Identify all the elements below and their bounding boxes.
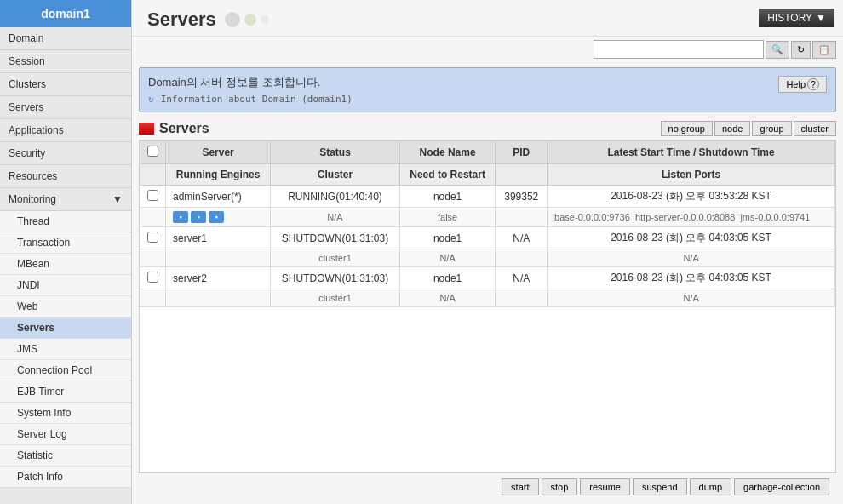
restart-cell: false [399,208,496,227]
cluster-button[interactable]: cluster [794,121,836,136]
help-icon: ? [807,78,819,90]
engines-cell [166,249,271,267]
sidebar-sub-connection-pool[interactable]: Connection Pool [0,360,131,381]
table-sub-row: cluster1 N/A N/A [140,289,835,307]
status-cell: SHUTDOWN(01:31:03) [271,227,400,249]
servers-header: Servers no group node group cluster [139,121,836,136]
sidebar: domain1 Domain Session Clusters Servers … [0,0,132,504]
sidebar-monitoring-section[interactable]: Monitoring ▼ [0,188,131,211]
engines-cell [166,289,271,307]
row-checkbox-cell [140,186,166,208]
running-engines-header: Running Engines [166,164,271,186]
sidebar-item-session[interactable]: Session [0,50,131,73]
pid-cell: N/A [496,227,548,249]
table-row: adminServer(*) RUNNING(01:40:40) node1 3… [140,186,835,208]
listen-cell: N/A [548,289,835,307]
sidebar-item-applications[interactable]: Applications [0,119,131,142]
info-box-title: Domain의 서버 정보를 조회합니다. [148,75,320,90]
info-box: Domain의 서버 정보를 조회합니다. Help ? ↻ Informati… [139,67,836,112]
export-button[interactable]: 📋 [812,41,836,59]
no-group-button[interactable]: no group [661,121,713,136]
sidebar-sub-system-info[interactable]: System Info [0,403,131,424]
servers-icon [139,123,154,135]
decoration-circles [225,12,269,27]
listen-ports-header: Listen Ports [548,164,835,186]
engine-icons: ▪ ▪ ▪ [173,211,263,223]
sidebar-item-resources[interactable]: Resources [0,165,131,188]
circle-gray [225,12,240,27]
garbage-collection-button[interactable]: garbage-collection [734,478,829,495]
search-button[interactable]: 🔍 [766,41,789,59]
cluster-cell: N/A [271,208,400,227]
sidebar-item-clusters[interactable]: Clusters [0,73,131,96]
sidebar-sub-transaction[interactable]: Transaction [0,232,131,254]
resume-button[interactable]: resume [580,478,630,495]
group-button[interactable]: group [752,121,791,136]
pid-cell: 399352 [496,186,548,208]
cluster-cell: cluster1 [271,289,400,307]
chevron-down-icon: ▼ [816,12,826,24]
circle-small [261,15,269,24]
action-buttons: start stop resume suspend dump garbage-c… [139,473,836,501]
node-cell: node1 [399,267,496,289]
node-button[interactable]: node [714,121,750,136]
engines-cell: ▪ ▪ ▪ [166,208,271,227]
row-checkbox[interactable] [147,190,158,201]
node-header: Node Name [399,141,496,164]
status-cell: RUNNING(01:40:40) [271,186,400,208]
dump-button[interactable]: dump [690,478,732,495]
history-button[interactable]: HISTORY ▼ [759,9,834,27]
sidebar-sub-ejb-timer[interactable]: EJB Timer [0,381,131,403]
search-input[interactable] [594,40,764,59]
circle-light [244,14,256,26]
sidebar-item-security[interactable]: Security [0,142,131,165]
sidebar-sub-statistic[interactable]: Statistic [0,445,131,467]
sidebar-sub-server-log[interactable]: Server Log [0,424,131,445]
help-button[interactable]: Help ? [778,76,827,93]
sidebar-item-domain[interactable]: Domain [0,27,131,50]
server-header: Server [166,141,271,164]
status-header: Status [271,141,400,164]
cluster-header: Cluster [271,164,400,186]
select-all-checkbox[interactable] [147,146,158,157]
row-checkbox-cell [140,227,166,249]
server-name-cell: server1 [166,227,271,249]
stop-button[interactable]: stop [542,478,578,495]
sidebar-sub-mbean[interactable]: MBean [0,254,131,275]
servers-section: Servers no group node group cluster Serv… [139,121,836,501]
pid-header: PID [496,141,548,164]
table-row: server2 SHUTDOWN(01:31:03) node1 N/A 201… [140,267,835,289]
suspend-button[interactable]: suspend [633,478,687,495]
refresh-button[interactable]: ↻ [791,41,811,59]
sidebar-sub-jndi[interactable]: JNDI [0,275,131,296]
sub-empty-header [140,164,166,186]
sidebar-logo[interactable]: domain1 [0,0,131,27]
servers-table-wrapper: Server Status Node Name PID Latest Start… [139,140,836,473]
time-header: Latest Start Time / Shutdown Time [548,141,835,164]
sidebar-sub-thread[interactable]: Thread [0,211,131,232]
page-title: Servers [147,9,216,31]
sidebar-sub-web[interactable]: Web [0,296,131,318]
table-sub-row: ▪ ▪ ▪ N/A false base-0.0.0.0:9736 http-s… [140,208,835,227]
time-cell: 2016-08-23 (화) 오후 03:53:28 KST [548,186,835,208]
restart-cell: N/A [399,289,496,307]
server-name-cell: server2 [166,267,271,289]
refresh-icon: ↻ [148,94,154,105]
table-row: server1 SHUTDOWN(01:31:03) node1 N/A 201… [140,227,835,249]
info-box-top: Domain의 서버 정보를 조회합니다. Help ? [148,75,827,94]
restart-header: Need to Restart [399,164,496,186]
sidebar-sub-patch-info[interactable]: Patch Info [0,467,131,488]
node-cell: node1 [399,186,496,208]
sidebar-sub-servers[interactable]: Servers [0,318,131,339]
servers-title: Servers [139,121,209,136]
row-checkbox[interactable] [147,232,158,243]
table-sub-row: cluster1 N/A N/A [140,249,835,267]
start-button[interactable]: start [502,478,538,495]
row-checkbox-cell [140,267,166,289]
engine-icon-3: ▪ [209,211,224,223]
server-name-cell: adminServer(*) [166,186,271,208]
sidebar-item-servers[interactable]: Servers [0,96,131,119]
pid-sub-header [496,164,548,186]
sidebar-sub-jms[interactable]: JMS [0,339,131,360]
row-checkbox[interactable] [147,272,158,283]
